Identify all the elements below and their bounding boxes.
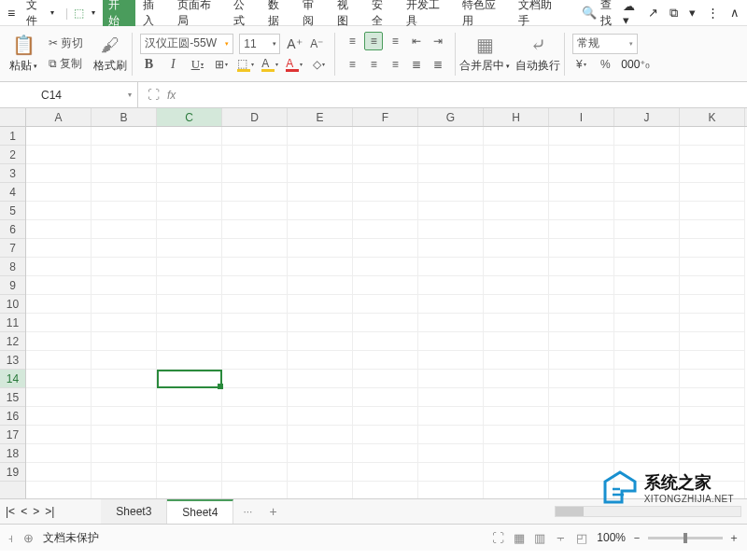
row-header[interactable]: 12 (0, 332, 25, 351)
cell[interactable] (92, 202, 157, 220)
cell[interactable] (92, 258, 157, 276)
cell[interactable] (680, 202, 745, 220)
fx-button[interactable]: fx (167, 89, 176, 102)
cell[interactable] (353, 295, 418, 314)
cell[interactable] (353, 388, 418, 407)
cell[interactable] (26, 295, 92, 314)
cell[interactable] (92, 426, 157, 444)
more-sheets-button[interactable]: ··· (233, 505, 261, 518)
percent-button[interactable]: % (597, 55, 613, 74)
cell[interactable] (680, 388, 745, 407)
cell[interactable] (549, 276, 614, 295)
cell[interactable] (222, 482, 288, 498)
currency-button[interactable]: ¥▾ (572, 55, 589, 74)
row-header[interactable]: 1 (0, 127, 25, 146)
formula-input[interactable] (185, 82, 747, 107)
cell[interactable] (288, 482, 353, 498)
cell[interactable] (157, 183, 222, 202)
cell[interactable] (157, 146, 222, 164)
cell[interactable] (353, 258, 418, 276)
cut-button[interactable]: ✂ 剪切 (49, 35, 83, 51)
cell[interactable] (614, 351, 680, 370)
cell[interactable] (288, 258, 353, 276)
cell[interactable] (288, 444, 353, 463)
cell[interactable] (26, 482, 92, 498)
tab-view[interactable]: 视图 (331, 0, 364, 26)
cell[interactable] (353, 146, 418, 164)
cell[interactable] (680, 444, 745, 463)
col-header[interactable]: F (353, 108, 418, 126)
row-header[interactable]: 17 (0, 426, 25, 444)
tab-featured[interactable]: 特色应用 (457, 0, 511, 26)
cell[interactable] (484, 127, 549, 146)
cell[interactable] (288, 202, 353, 220)
cell[interactable] (484, 220, 549, 239)
cell[interactable] (614, 202, 680, 220)
cell[interactable] (614, 220, 680, 239)
col-header[interactable]: G (418, 108, 484, 126)
cell[interactable] (353, 276, 418, 295)
align-middle-button[interactable]: ≡ (364, 32, 383, 50)
cell[interactable] (680, 407, 745, 426)
cell[interactable] (549, 183, 614, 202)
cell[interactable] (157, 295, 222, 314)
row-header[interactable]: 11 (0, 314, 25, 332)
last-sheet-button[interactable]: >| (45, 505, 54, 518)
cell[interactable] (26, 183, 92, 202)
cell[interactable] (157, 444, 222, 463)
cell[interactable] (353, 220, 418, 239)
collapse-ribbon-icon[interactable]: ∧ (730, 6, 740, 20)
cell[interactable] (484, 146, 549, 164)
cell[interactable] (353, 314, 418, 332)
cells-area[interactable] (26, 127, 747, 498)
cell[interactable] (92, 164, 157, 183)
cell[interactable] (484, 202, 549, 220)
cell[interactable] (484, 276, 549, 295)
cell[interactable] (353, 202, 418, 220)
row-header[interactable]: 4 (0, 183, 25, 202)
cell[interactable] (353, 407, 418, 426)
cell[interactable] (222, 463, 288, 482)
cell[interactable] (26, 164, 92, 183)
cell[interactable] (26, 444, 92, 463)
cell[interactable] (92, 314, 157, 332)
cell[interactable] (353, 444, 418, 463)
cell[interactable] (288, 183, 353, 202)
zoom-in-button[interactable]: ＋ (728, 530, 740, 546)
cell[interactable] (680, 426, 745, 444)
cell[interactable] (353, 482, 418, 498)
cell[interactable] (157, 127, 222, 146)
align-right-button[interactable]: ≡ (386, 55, 404, 74)
col-header[interactable]: D (222, 108, 288, 126)
increase-font-button[interactable]: A⁺ (286, 35, 303, 53)
hamburger-icon[interactable]: ≡ (7, 6, 15, 21)
cell[interactable] (157, 351, 222, 370)
cell[interactable] (418, 426, 484, 444)
cell[interactable] (484, 426, 549, 444)
cell[interactable] (288, 388, 353, 407)
zoom-out-button[interactable]: － (631, 530, 642, 546)
cell[interactable] (288, 164, 353, 183)
cell[interactable] (92, 220, 157, 239)
row-header[interactable]: 5 (0, 202, 25, 220)
cell[interactable] (222, 276, 288, 295)
clear-format-button[interactable]: ◇▾ (310, 55, 327, 74)
cell[interactable] (288, 370, 353, 388)
cell[interactable] (222, 183, 288, 202)
options-icon[interactable]: ⋮ (707, 6, 719, 20)
col-header[interactable]: I (549, 108, 614, 126)
cell[interactable] (222, 146, 288, 164)
cell[interactable] (26, 332, 92, 351)
cell[interactable] (222, 426, 288, 444)
cell[interactable] (157, 276, 222, 295)
quick-action-icon[interactable]: ⬚ (74, 7, 84, 20)
cell[interactable] (549, 370, 614, 388)
cell[interactable] (222, 220, 288, 239)
row-header[interactable]: 14 (0, 370, 25, 388)
cell[interactable] (614, 444, 680, 463)
select-all-corner[interactable] (0, 108, 26, 127)
cell[interactable] (484, 164, 549, 183)
cell[interactable] (157, 463, 222, 482)
cell[interactable] (353, 239, 418, 258)
cell[interactable] (680, 370, 745, 388)
